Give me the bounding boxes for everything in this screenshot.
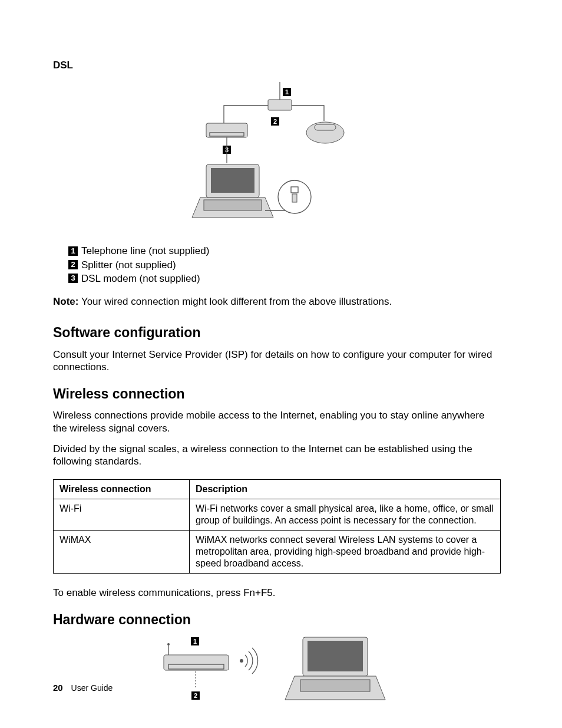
svg-text:2: 2 <box>194 692 197 699</box>
dsl-legend-text: DSL modem (not supplied) <box>81 272 200 285</box>
svg-point-28 <box>240 659 243 663</box>
dsl-legend-item: 2 Splitter (not supplied) <box>68 259 501 271</box>
wireless-desc: WiMAX networks connect several Wireless … <box>190 531 501 574</box>
svg-text:1: 1 <box>193 638 197 645</box>
svg-rect-18 <box>292 194 297 202</box>
svg-rect-9 <box>315 124 336 130</box>
footer-title: User Guide <box>71 683 113 693</box>
wireless-col2-header: Description <box>190 480 501 499</box>
callout-1-icon: 1 <box>68 246 78 256</box>
page-footer: 20 User Guide <box>53 683 113 694</box>
svg-rect-30 <box>308 641 363 671</box>
hardware-heading: Hardware connection <box>53 611 501 628</box>
svg-rect-31 <box>300 680 370 691</box>
svg-rect-17 <box>291 187 298 193</box>
dsl-title: DSL <box>53 59 501 71</box>
software-config-body: Consult your Internet Service Provider (… <box>53 348 501 374</box>
dsl-legend-item: 3 DSL modem (not supplied) <box>68 272 501 285</box>
wireless-heading: Wireless connection <box>53 386 501 403</box>
page-number: 20 <box>53 683 63 693</box>
dsl-legend-text: Telephone line (not supplied) <box>81 245 209 257</box>
table-row: Wi-Fi Wi-Fi networks cover a small physi… <box>54 499 501 531</box>
hardware-diagram: 1 2 <box>159 635 395 717</box>
callout-3-icon: 3 <box>68 274 78 283</box>
wireless-enable-note: To enable wireless communications, press… <box>53 587 501 599</box>
wireless-name: Wi-Fi <box>54 499 190 531</box>
svg-rect-3 <box>268 100 292 110</box>
wireless-intro-2: Divided by the signal scales, a wireless… <box>53 443 501 468</box>
dsl-legend-item: 1 Telephone line (not supplied) <box>68 245 501 257</box>
wireless-intro-1: Wireless connections provide mobile acce… <box>53 409 501 434</box>
svg-rect-6 <box>206 123 247 137</box>
software-config-heading: Software configuration <box>53 324 501 341</box>
callout-2-icon: 2 <box>68 260 78 269</box>
wireless-table: Wireless connection Description Wi-Fi Wi… <box>53 479 501 574</box>
svg-text:2: 2 <box>273 118 277 125</box>
note-label: Note: <box>53 296 78 307</box>
svg-rect-23 <box>164 655 229 670</box>
svg-rect-15 <box>204 200 262 210</box>
wireless-col1-header: Wireless connection <box>54 480 190 499</box>
svg-text:1: 1 <box>285 88 289 95</box>
dsl-legend: 1 Telephone line (not supplied) 2 Splitt… <box>68 245 501 285</box>
dsl-legend-text: Splitter (not supplied) <box>81 259 176 271</box>
wireless-name: WiMAX <box>54 531 190 574</box>
note-text: Your wired connection might look differe… <box>81 296 392 307</box>
svg-rect-14 <box>211 168 254 193</box>
dsl-note: Note: Your wired connection might look d… <box>53 295 501 308</box>
svg-point-22 <box>167 643 170 645</box>
table-row: WiMAX WiMAX networks connect several Wir… <box>54 531 501 574</box>
dsl-diagram: 1 2 3 <box>189 82 365 235</box>
wireless-desc: Wi-Fi networks cover a small physical ar… <box>190 499 501 531</box>
